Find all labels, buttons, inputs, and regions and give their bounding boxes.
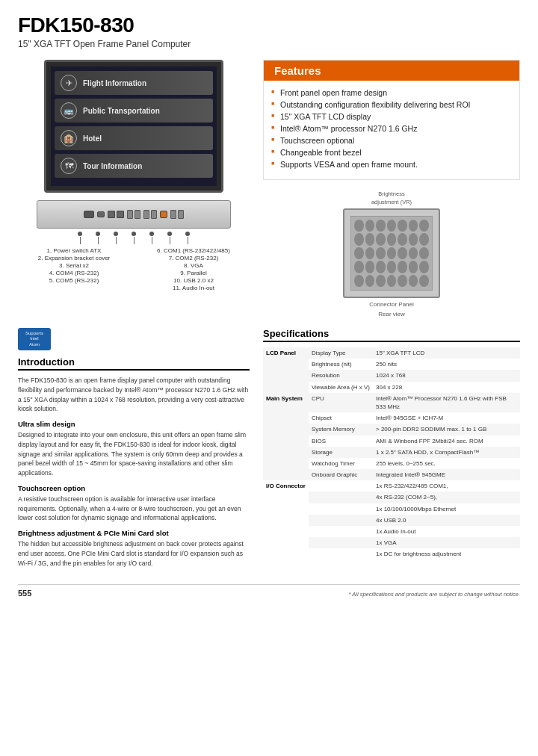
page-title: FDK150-830 [18,13,520,37]
spec-val: 15" XGA TFT LCD [373,347,520,359]
spec-category: LCD Panel [263,347,309,393]
hw-label: 7. COM2 (RS-232) [137,255,250,261]
spec-sub [309,537,373,548]
spec-val: 250 nits [373,359,520,370]
intro-sub-title-2: Touchscreen option [18,484,250,492]
hw-label: 11. Audio In-out [137,285,250,291]
bus-icon: 🚌 [61,102,77,119]
spec-sub: Brightness (nit) [309,359,373,370]
supports-text: Supports Intel Atom [25,331,43,347]
spec-sub: Viewable Area (H x V) [309,382,373,393]
adjustment-label: adjustment (VR) [343,199,440,205]
spec-val: 1x VGA [373,537,520,548]
page-number: 555 [18,589,31,598]
hw-label: 10. USB 2.0 x2 [137,277,250,284]
spec-sub [309,515,373,526]
spec-val: 1x Audio In-out [373,526,520,537]
spec-sub: CPU [309,393,373,412]
rear-label: Rear view [263,311,520,317]
intro-section-body-1: Designed to integrate into your own encl… [18,430,250,478]
screen-inner: ✈ Flight Information 🚌 Public Transporta… [51,66,217,186]
intro-title: Introduction [18,356,250,371]
spec-val: 4x RS-232 (COM 2~5), [373,492,520,503]
spec-val: 304 x 228 [373,382,520,393]
spec-sub: Storage [309,447,373,458]
menu-item-label: Tour Information [83,162,142,170]
list-item: 🗺 Tour Information [55,154,213,178]
hw-label: 5. COM5 (RS-232) [18,277,130,284]
hw-label: 3. Serial x2 [18,262,130,269]
flight-icon: ✈ [61,75,77,91]
rear-view-box: Brightness adjustment (VR) Connector Pan… [263,190,520,317]
spec-sub: BIOS [309,436,373,447]
spec-sub [309,504,373,515]
rear-device [343,208,440,298]
screen-mockup: ✈ Flight Information 🚌 Public Transporta… [44,60,223,193]
spec-val: 1x RS-232/422/485 COM1, [373,480,520,492]
hw-label: 6. COM1 (RS-232/422/485) [137,247,250,254]
hw-label: 2. Expansion bracket cover [18,255,130,261]
page-footer: 555 * All specifications and products ar… [18,584,520,598]
spec-category: Main System [263,393,309,481]
spec-sub [309,548,373,560]
hotel-icon: 🏨 [61,130,77,146]
feature-item: Front panel open frame design [271,88,509,97]
spec-sub: Chipset [309,412,373,424]
spec-title: Specifications [263,328,520,342]
menu-item-label: Flight Information [83,79,146,87]
spec-val: 1024 x 768 [373,370,520,381]
intro-section-body-3: The hidden but accessible brightness adj… [18,539,250,568]
features-header: Features [264,61,519,81]
hardware-diagram: 1. Power switch ATX 6. COM1 (RS-232/422/… [18,200,250,291]
hw-label: 4. COM4 (RS-232) [18,270,130,276]
spec-category: I/O Connector [263,480,309,560]
feature-item: 15" XGA TFT LCD display [271,112,509,121]
spec-sub [309,492,373,503]
features-list: Front panel open frame design Outstandin… [264,81,519,179]
intro-body: The FDK150-830 is an open frame display … [18,376,250,414]
intro-sub-title-3: Brightness adjustment & PCIe Mini Card s… [18,529,250,537]
menu-item-label: Hotel [83,134,102,143]
hw-label: 1. Power switch ATX [18,247,130,254]
list-item: 🏨 Hotel [55,126,213,150]
feature-item: Touchscreen optional [271,136,509,145]
spec-sub: Resolution [309,370,373,381]
spec-sub [309,526,373,537]
list-item: ✈ Flight Information [55,71,213,95]
spec-val: 4x USB 2.0 [373,515,520,526]
spec-val: 1x DC for brightness adjustment [373,548,520,560]
page-subtitle: 15" XGA TFT Open Frame Panel Computer [18,39,520,49]
menu-item-label: Public Transportation [83,107,160,115]
spec-val: 1 x 2.5" SATA HDD, x CompactFlash™ [373,447,520,458]
feature-item: Changeable front bezel [271,148,509,157]
list-item: 🚌 Public Transportation [55,99,213,123]
spec-val: AMI & Winbond FPF 2Mbit/24 sec. ROM [373,436,520,447]
spec-val: 1x 10/100/1000Mbps Ethernet [373,504,520,515]
spec-val: > 200-pin DDR2 SODIMM max. 1 to 1 GB [373,424,520,435]
spec-sub: Display Type [309,347,373,359]
features-box: Features Front panel open frame design O… [263,60,520,180]
tour-icon: 🗺 [61,158,77,174]
brightness-label: Brightness [343,190,440,197]
spec-val: Integrated Intel® 945GME [373,469,520,480]
spec-sub [309,480,373,492]
spec-val: 255 levels, 0~255 sec. [373,458,520,469]
footer-note: * All specifications and products are su… [349,591,520,598]
feature-item: Supports VESA and open frame mount. [271,160,509,169]
supports-badge: Supports Intel Atom [18,328,51,350]
spec-sub: Watchdog Timer [309,458,373,469]
spec-sub: System Memory [309,424,373,435]
hw-device-front [37,200,231,229]
hw-numbered-list: 1. Power switch ATX 6. COM1 (RS-232/422/… [18,247,250,291]
hw-label: 9. Parallel [137,270,250,276]
spec-val: Intel® 945GSE + ICH7-M [373,412,520,424]
feature-item: Intel® Atom™ processor N270 1.6 GHz [271,124,509,133]
intro-sub-title-1: Ultra slim design [18,420,250,428]
connector-label: Connector Panel [343,301,440,308]
spec-sub: Onboard Graphic [309,469,373,480]
feature-item: Outstanding configuration flexibility de… [271,100,509,109]
spec-val: Intel® Atom™ Processor N270 1.6 GHz with… [373,393,520,412]
spec-table: LCD Panel Display Type 15" XGA TFT LCD B… [263,347,520,560]
intro-section-body-2: A resistive touchscreen option is availa… [18,495,250,523]
hw-label: 8. VGA [137,262,250,269]
